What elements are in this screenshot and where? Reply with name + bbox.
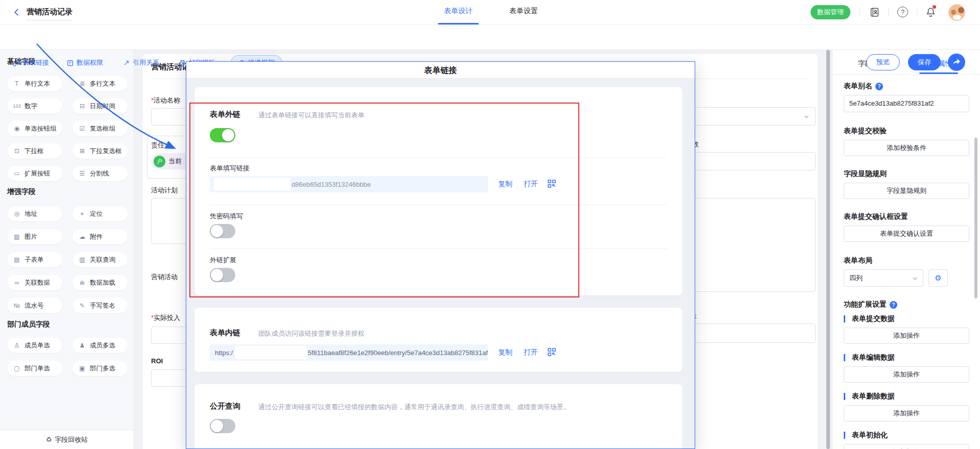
divider — [210, 157, 667, 158]
dept-multi-icon: ▣ — [78, 365, 87, 372]
public-query-toggle[interactable] — [210, 419, 235, 433]
chevron-down-icon — [912, 275, 919, 282]
help-icon[interactable]: ? — [875, 83, 883, 90]
datetime-icon: ⊟ — [78, 103, 87, 110]
field-item[interactable]: ▭扩展按钮 — [7, 166, 62, 181]
field-item[interactable]: ☑复选框组 — [72, 121, 128, 136]
field-item[interactable]: ≣多行文本 — [72, 76, 128, 91]
confirm-settings-button[interactable]: 表单提交确认设置 — [844, 226, 969, 242]
back-icon[interactable] — [12, 8, 21, 17]
delete-data-label: 表单删除数据 — [844, 392, 895, 401]
add-action-button[interactable]: 添加操作 — [844, 405, 969, 421]
field-item[interactable]: ⊡下拉框 — [7, 143, 62, 159]
qrcode-icon[interactable] — [548, 348, 556, 356]
dropdown-multi-icon: ⊞ — [78, 147, 87, 155]
tab-form-design-underline — [438, 23, 479, 24]
field-item[interactable]: ♙成员单选 — [7, 338, 62, 353]
modal-header: 表单链接 — [186, 62, 695, 79]
field-item[interactable]: ▨图片 — [7, 229, 62, 244]
attachment-icon: ☁ — [78, 233, 87, 240]
field-item[interactable]: ☰分割线 — [72, 166, 128, 181]
add-validation-button[interactable]: 添加校验条件 — [844, 140, 969, 156]
copy-link-button[interactable]: 复制 — [498, 348, 512, 357]
field-item[interactable]: ılı数据加载 — [72, 275, 128, 290]
permission-grid-icon — [66, 59, 74, 67]
extend-link-label: 外链扩展 — [210, 256, 236, 265]
data-manage-button[interactable]: 数据管理 — [811, 5, 850, 19]
field-item[interactable]: ⌖定位 — [72, 206, 128, 221]
checkbox-group-icon: ☑ — [78, 125, 87, 132]
tab-form-settings[interactable]: 表单设置 — [502, 7, 545, 16]
public-query-card: 公开查询 通过公开查询链接可以查看已经填报的数据内容，通常用于通讯录查询、执行进… — [194, 384, 682, 449]
field-item[interactable]: ∞关联数据 — [7, 275, 62, 290]
password-fill-toggle[interactable] — [210, 224, 235, 238]
dropdown-icon: ⊡ — [12, 147, 21, 155]
layout-gear-button[interactable]: ⚙ — [928, 269, 948, 287]
internal-link-card: 表单内链 团队成员访问该链接需要登录并授权 https:/ 5f811baeaf… — [194, 308, 682, 372]
toolbar-data-permission[interactable]: 数据权限 — [66, 55, 103, 70]
field-item[interactable]: ☁附件 — [72, 229, 128, 244]
alias-input[interactable]: 5e7a4ce3d13ab8275f831af2 — [844, 95, 969, 112]
field-label-plan: 活动计划 — [151, 186, 178, 195]
link-icon — [12, 59, 20, 67]
lookup-icon: ▥ — [78, 256, 87, 263]
field-item[interactable]: ⊟日期时间 — [72, 98, 128, 114]
qrcode-icon[interactable] — [548, 180, 556, 188]
extend-button-icon: ▭ — [12, 170, 21, 177]
tab-form-design[interactable]: 表单设计 — [437, 7, 480, 16]
toolbar-reference-relation[interactable]: 引用关系 — [122, 55, 159, 70]
public-query-desc: 通过公开查询链接可以查看已经填报的数据内容，通常用于通讯录查询、执行进度查询、成… — [258, 403, 570, 412]
save-button[interactable]: 保存 — [908, 54, 941, 70]
field-item[interactable]: ✎手写签名 — [72, 298, 128, 313]
section-marker — [844, 315, 845, 322]
canvas-scrollbar[interactable] — [826, 50, 830, 449]
tab-form-props-underline — [919, 72, 958, 74]
radio-group-icon: ◉ — [12, 125, 21, 132]
notification-bell-icon[interactable] — [925, 6, 937, 18]
field-item[interactable]: ⊞下拉复选框 — [72, 143, 128, 159]
contacts-icon[interactable] — [869, 7, 880, 18]
layout-select[interactable]: 四列 — [844, 269, 923, 287]
preview-button[interactable]: 预览 — [866, 54, 900, 70]
section-marker — [844, 354, 845, 361]
location-icon: ⌖ — [78, 210, 87, 217]
number-icon: 123 — [12, 104, 21, 109]
field-item[interactable]: ◎地址 — [7, 206, 62, 221]
extend-link-toggle[interactable] — [210, 268, 235, 282]
open-link-button[interactable]: 打开 — [524, 348, 538, 357]
add-action-button[interactable]: 添加操作 — [844, 366, 969, 383]
copy-link-button[interactable]: 复制 — [498, 180, 512, 189]
member-single-icon: ♙ — [12, 342, 21, 349]
field-item[interactable]: №流水号 — [7, 298, 62, 313]
visibility-rules-button[interactable]: 字段显隐规则 — [844, 183, 969, 199]
field-item[interactable]: ♟成员多选 — [72, 338, 128, 353]
page-title: 营销活动记录 — [27, 7, 72, 20]
external-link-title: 表单外链 — [210, 110, 240, 119]
field-item[interactable]: ▣部门多选 — [72, 361, 128, 376]
field-item[interactable]: ◉单选按钮组 — [7, 121, 62, 136]
gear-icon: ⚙ — [935, 273, 941, 282]
toolbar-form-link[interactable]: 表单链接 — [12, 55, 49, 70]
image-icon: ▨ — [12, 233, 21, 240]
share-button[interactable] — [948, 54, 965, 71]
divider — [210, 205, 667, 205]
field-item[interactable]: ▥关联查询 — [72, 252, 128, 267]
field-item[interactable]: ▢部门单选 — [7, 361, 62, 376]
add-action-button[interactable]: 添加操作 — [844, 328, 969, 344]
submit-data-label: 表单提交数据 — [844, 314, 895, 323]
field-item[interactable]: T单行文本 — [7, 76, 62, 91]
field-recycle-bar[interactable]: ♻ 字段回收站 — [0, 430, 134, 449]
field-item[interactable]: 123数字 — [7, 98, 62, 114]
avatar[interactable] — [948, 4, 965, 21]
help-icon[interactable]: ? — [890, 301, 897, 309]
external-link-toggle[interactable] — [210, 128, 235, 142]
open-link-button[interactable]: 打开 — [524, 180, 538, 189]
help-icon[interactable]: ? — [897, 7, 908, 17]
internal-link-input[interactable]: https:/ 5f811baeaf8f26e1e2f90eeb/entry/5… — [210, 344, 488, 361]
data-load-icon: ılı — [78, 280, 87, 286]
panel-scrollbar[interactable] — [974, 138, 977, 298]
form-link-modal: 表单链接 表单外链 通过表单链接可以直接填写当前表单 表单填写链接 d86eb6… — [186, 61, 695, 449]
field-item[interactable]: ▤子表单 — [7, 252, 62, 267]
add-action-button[interactable]: 添加操作 — [844, 444, 969, 449]
fill-link-input[interactable]: d86eb65d1353f13246bbbe — [210, 176, 488, 192]
